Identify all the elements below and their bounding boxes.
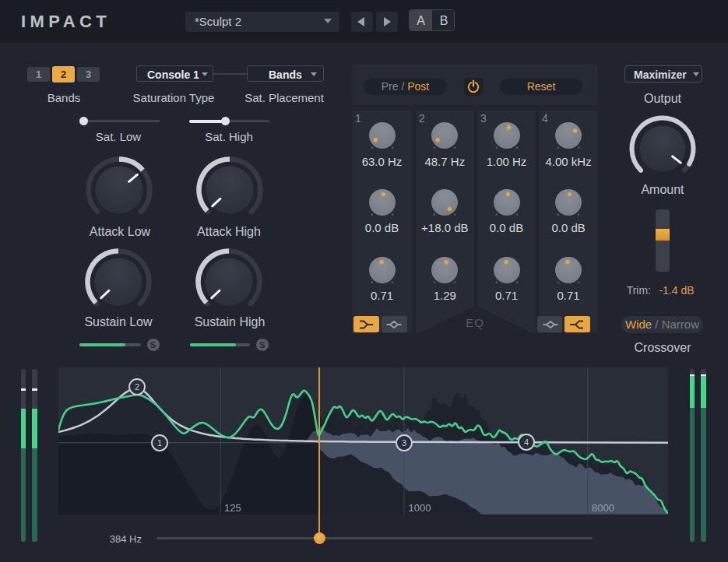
- svg-text:1000: 1000: [409, 501, 431, 513]
- svg-text:8000: 8000: [592, 501, 614, 513]
- svg-text:125: 125: [224, 501, 241, 513]
